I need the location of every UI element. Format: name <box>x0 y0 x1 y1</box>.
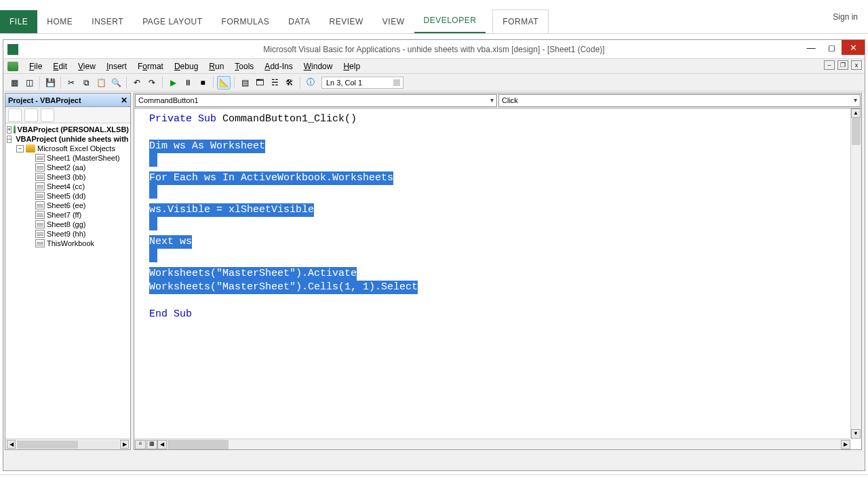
save-icon[interactable]: 💾 <box>43 76 57 89</box>
object-browser-icon[interactable]: ☵ <box>268 76 281 89</box>
menu-file[interactable]: File <box>24 60 47 73</box>
excel-return-icon[interactable] <box>7 62 18 71</box>
tree-label: Microsoft Excel Objects <box>37 144 115 152</box>
menu-insert[interactable]: Insert <box>101 60 132 73</box>
copy-icon[interactable]: ⧉ <box>79 76 93 89</box>
code-keyword: End Sub <box>149 308 192 320</box>
ribbon-tab-insert[interactable]: INSERT <box>82 10 133 33</box>
cut-icon[interactable]: ✂ <box>64 76 78 89</box>
tree-label: Sheet4 (cc) <box>47 182 85 190</box>
menu-tools[interactable]: Tools <box>229 60 259 73</box>
tree-sheet-item[interactable]: ThisWorkbook <box>7 239 129 248</box>
tree-sheet-item[interactable]: Sheet3 (bb) <box>7 172 129 182</box>
find-icon[interactable]: 🔍 <box>109 76 123 89</box>
project-tree[interactable]: + VBAProject (PERSONAL.XLSB) − VBAProjec… <box>5 123 130 439</box>
scroll-thumb[interactable] <box>852 118 861 145</box>
object-dropdown[interactable]: CommandButton1 <box>135 94 497 107</box>
insert-userform-icon[interactable]: ◫ <box>22 76 36 89</box>
project-h-scrollbar[interactable]: ◀ ▶ <box>5 439 130 449</box>
ribbon-tab-view[interactable]: VIEW <box>373 10 414 33</box>
menu-edit[interactable]: Edit <box>47 60 73 73</box>
ribbon-tab-review[interactable]: REVIEW <box>319 10 372 33</box>
menu-addins[interactable]: Add-Ins <box>259 60 298 73</box>
scroll-down-icon[interactable]: ▼ <box>851 429 861 439</box>
toolbox-icon[interactable]: 🛠 <box>283 76 296 89</box>
tree-sheet-item[interactable]: Sheet9 (hh) <box>7 229 129 239</box>
code-v-scrollbar[interactable]: ▲ ▼ <box>850 108 861 439</box>
toggle-folders-icon[interactable] <box>41 108 54 122</box>
procedure-dropdown[interactable]: Click <box>498 94 861 107</box>
tree-label: Sheet9 (hh) <box>47 230 85 238</box>
view-object-icon[interactable] <box>24 108 38 122</box>
scroll-up-icon[interactable]: ▲ <box>851 108 861 118</box>
code-editor[interactable]: Private Sub CommandButton1_Click() Dim w… <box>134 108 861 449</box>
maximize-button[interactable]: ◻ <box>821 40 842 55</box>
vba-menubar: File Edit View Insert Format Debug Run T… <box>3 59 865 74</box>
tree-sheet-item[interactable]: Sheet5 (dd) <box>7 191 129 201</box>
project-close-icon[interactable]: ✕ <box>121 96 127 105</box>
view-excel-icon[interactable]: ▦ <box>7 76 21 89</box>
ribbon-tab-page-layout[interactable]: PAGE LAYOUT <box>133 10 212 33</box>
close-button[interactable]: ✕ <box>842 40 865 55</box>
menu-format[interactable]: Format <box>132 60 169 73</box>
view-code-icon[interactable] <box>8 108 22 122</box>
help-icon[interactable]: ⓘ <box>304 76 317 89</box>
mdi-restore[interactable]: ❐ <box>837 60 848 70</box>
menu-help[interactable]: Help <box>338 60 366 73</box>
menu-debug[interactable]: Debug <box>169 60 203 73</box>
code-keyword: Private Sub <box>149 113 216 125</box>
paste-icon[interactable]: 📋 <box>94 76 108 89</box>
redo-icon[interactable]: ↷ <box>145 76 159 89</box>
ribbon-tab-format[interactable]: FORMAT <box>492 9 549 33</box>
tree-sheet-item[interactable]: Sheet6 (ee) <box>7 201 129 210</box>
scroll-thumb[interactable] <box>167 440 229 449</box>
tree-sheet-item[interactable]: Sheet7 (ff) <box>7 210 129 220</box>
scroll-left-icon[interactable]: ◀ <box>157 440 167 449</box>
worksheet-icon <box>35 230 45 238</box>
reset-icon[interactable]: ■ <box>196 76 210 89</box>
ribbon-tab-data[interactable]: DATA <box>279 10 319 33</box>
collapse-icon[interactable]: − <box>7 136 12 143</box>
ribbon-tab-home[interactable]: HOME <box>37 10 82 33</box>
break-icon[interactable]: ⏸ <box>181 76 195 89</box>
code-h-scrollbar[interactable]: ≡ ▦ ◀ ▶ <box>134 439 850 449</box>
tree-sheet-item[interactable]: Sheet2 (aa) <box>7 163 129 172</box>
vbaproject-icon <box>14 125 15 134</box>
expand-icon[interactable]: + <box>7 126 12 134</box>
menu-window[interactable]: Window <box>298 60 338 73</box>
code-selected: Dim ws As Worksheet <box>149 140 265 153</box>
project-explorer: Project - VBAProject ✕ + VBAProject (PER… <box>5 93 131 450</box>
collapse-icon[interactable]: − <box>16 145 24 152</box>
full-module-view-icon[interactable]: ▦ <box>146 440 157 449</box>
worksheet-icon <box>35 173 45 181</box>
scroll-right-icon[interactable]: ▶ <box>120 440 129 449</box>
ribbon-tab-file[interactable]: FILE <box>0 10 37 33</box>
undo-icon[interactable]: ↶ <box>130 76 144 89</box>
tree-project-personal[interactable]: + VBAProject (PERSONAL.XLSB) <box>7 125 129 134</box>
tree-sheet-item[interactable]: Sheet1 (MasterSheet) <box>7 153 129 163</box>
scroll-right-icon[interactable]: ▶ <box>841 440 850 449</box>
minimize-button[interactable]: — <box>801 40 821 55</box>
tree-sheet-item[interactable]: Sheet8 (gg) <box>7 220 129 229</box>
tree-project-main[interactable]: − VBAProject (unhide sheets with vba.xls… <box>7 134 129 144</box>
project-explorer-icon[interactable]: ▤ <box>238 76 252 89</box>
menu-view[interactable]: View <box>73 60 101 73</box>
mdi-close[interactable]: x <box>851 60 862 70</box>
scroll-left-icon[interactable]: ◀ <box>7 440 16 449</box>
tree-sheet-item[interactable]: Sheet4 (cc) <box>7 182 129 191</box>
menu-run[interactable]: Run <box>203 60 229 73</box>
project-toolbar <box>5 107 130 123</box>
sign-in-link[interactable]: Sign in <box>833 12 858 22</box>
mdi-minimize[interactable]: – <box>824 60 835 70</box>
ribbon-tab-developer[interactable]: DEVELOPER <box>414 9 486 33</box>
tree-label: Sheet6 (ee) <box>47 201 85 209</box>
properties-icon[interactable]: 🗔 <box>253 76 267 89</box>
scroll-track[interactable] <box>167 440 840 449</box>
procedure-view-icon[interactable]: ≡ <box>135 440 146 449</box>
tree-folder-excel-objects[interactable]: − Microsoft Excel Objects <box>7 144 129 153</box>
tree-label: VBAProject (unhide sheets with vba.xlsm) <box>16 135 130 143</box>
tree-label: Sheet8 (gg) <box>47 220 85 228</box>
run-icon[interactable]: ▶ <box>166 76 180 89</box>
ribbon-tab-formulas[interactable]: FORMULAS <box>212 10 279 33</box>
design-mode-icon[interactable]: 📐 <box>217 76 231 89</box>
